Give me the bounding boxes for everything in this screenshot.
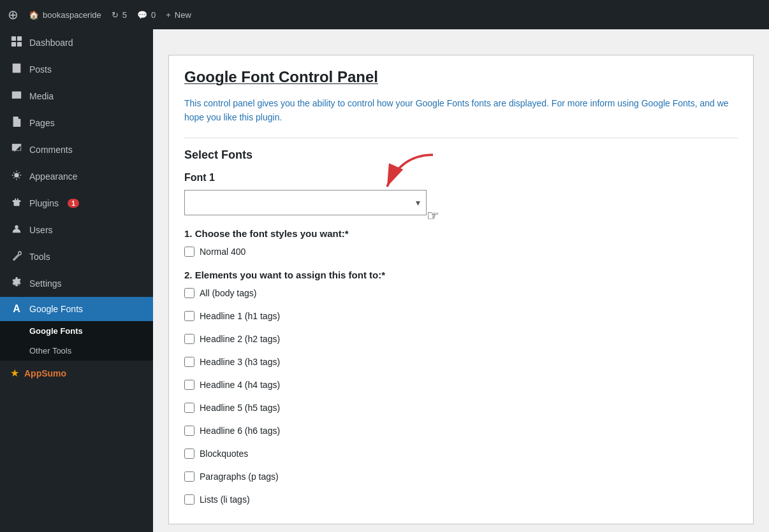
elements-label: 2. Elements you want to assign this font…	[184, 270, 738, 280]
updates-icon: ↻	[112, 10, 119, 20]
element-row: Headline 1 (h1 tags)	[184, 311, 738, 321]
plugins-badge: 1	[68, 199, 79, 208]
svg-rect-3	[17, 42, 22, 47]
svg-point-9	[15, 226, 18, 229]
settings-icon	[10, 277, 23, 291]
comments-sidebar-icon	[10, 143, 23, 157]
sidebar-item-google-fonts[interactable]: A Google Fonts	[0, 297, 153, 321]
svg-point-6	[14, 173, 18, 177]
site-name-button[interactable]: 🏠 bookaspaceride	[29, 10, 101, 20]
sidebar-item-plugins[interactable]: Plugins 1	[0, 190, 153, 217]
cursor-hand: ☞	[427, 208, 439, 224]
tools-icon	[10, 250, 23, 264]
element-label-4: Headline 4 (h4 tags)	[200, 380, 280, 390]
element-row: Headline 2 (h2 tags)	[184, 334, 738, 344]
submenu-item-other-tools[interactable]: Other Tools	[0, 341, 153, 361]
plugins-icon	[10, 196, 23, 210]
element-label-5: Headline 5 (h5 tags)	[200, 403, 280, 413]
star-icon: ★	[10, 367, 19, 379]
sidebar-item-users[interactable]: Users	[0, 217, 153, 243]
posts-icon	[10, 62, 23, 76]
updates-button[interactable]: ↻ 5	[112, 10, 127, 20]
elements-section: 2. Elements you want to assign this font…	[184, 270, 738, 511]
appearance-icon	[10, 169, 23, 183]
element-checkbox-2[interactable]	[184, 334, 194, 344]
new-button[interactable]: + New	[166, 10, 191, 20]
site-name-label: bookaspaceride	[43, 10, 101, 20]
wp-logo-button[interactable]: ⊕	[8, 7, 18, 22]
comments-sidebar-label: Comments	[29, 145, 73, 155]
google-fonts-icon: A	[10, 303, 23, 315]
element-row: Headline 3 (h3 tags)	[184, 357, 738, 367]
appsumo-label: AppSumo	[24, 368, 66, 378]
element-checkbox-4[interactable]	[184, 380, 194, 390]
element-label-2: Headline 2 (h2 tags)	[200, 334, 280, 344]
element-label-6: Headline 6 (h6 tags)	[200, 426, 280, 436]
admin-bar: ⊕ 🏠 bookaspaceride ↻ 5 💬 0 + New	[0, 0, 769, 29]
comments-icon: 💬	[137, 10, 147, 20]
svg-rect-2	[11, 42, 16, 47]
font-1-select[interactable]	[184, 190, 427, 215]
element-row: Headline 4 (h4 tags)	[184, 380, 738, 390]
users-label: Users	[29, 225, 53, 235]
element-label-8: Paragraphs (p tags)	[200, 471, 279, 482]
sidebar-item-tools[interactable]: Tools	[0, 243, 153, 270]
sidebar-item-comments[interactable]: Comments	[0, 136, 153, 163]
element-row: Lists (li tags)	[184, 494, 738, 505]
description-text: This control panel gives you the ability…	[184, 96, 738, 125]
appsumo-button[interactable]: ★ AppSumo	[0, 361, 153, 385]
google-fonts-submenu: Google Fonts Other Tools	[0, 321, 153, 361]
page-title-area: Google Font Control Panel	[184, 68, 738, 86]
element-row: All (body tags)	[184, 288, 738, 298]
element-checkbox-7[interactable]	[184, 449, 194, 459]
choose-fonts-label: 1. Choose the font styles you want:*	[184, 228, 738, 239]
settings-label: Settings	[29, 278, 62, 289]
element-checkbox-6[interactable]	[184, 426, 194, 436]
svg-point-5	[14, 92, 17, 95]
divider	[184, 138, 738, 138]
wp-icon: ⊕	[8, 7, 18, 22]
element-row: Paragraphs (p tags)	[184, 471, 738, 482]
media-icon	[10, 89, 23, 103]
tools-label: Tools	[29, 252, 50, 262]
appearance-label: Appearance	[29, 171, 78, 182]
pages-icon	[10, 116, 23, 130]
sidebar-item-pages[interactable]: Pages	[0, 110, 153, 136]
comments-button[interactable]: 💬 0	[137, 10, 156, 20]
element-label-3: Headline 3 (h3 tags)	[200, 357, 280, 367]
submenu-other-tools-label: Other Tools	[29, 346, 71, 356]
sidebar-item-settings[interactable]: Settings	[0, 270, 153, 297]
normal-400-label: Normal 400	[200, 247, 245, 257]
pages-label: Pages	[29, 118, 55, 128]
sidebar-item-appearance[interactable]: Appearance	[0, 163, 153, 190]
sidebar: Dashboard Posts Media Pages Comments	[0, 29, 153, 532]
font-select-wrapper: ▾	[184, 190, 427, 215]
element-checkbox-9[interactable]	[184, 494, 194, 505]
element-checkbox-3[interactable]	[184, 357, 194, 367]
element-checkbox-0[interactable]	[184, 288, 194, 298]
dashboard-label: Dashboard	[29, 38, 73, 48]
element-checkbox-5[interactable]	[184, 403, 194, 413]
submenu-google-fonts-label: Google Fonts	[29, 326, 83, 336]
choose-font-styles-section: 1. Choose the font styles you want:* Nor…	[184, 228, 738, 257]
svg-rect-1	[17, 36, 22, 41]
updates-count: 5	[122, 10, 127, 20]
normal-400-row: Normal 400	[184, 247, 738, 257]
sidebar-item-dashboard[interactable]: Dashboard	[0, 29, 153, 56]
posts-label: Posts	[29, 64, 52, 75]
plugins-label: Plugins	[29, 198, 59, 208]
sidebar-item-posts[interactable]: Posts	[0, 56, 153, 83]
element-row: Headline 5 (h5 tags)	[184, 403, 738, 413]
main-content: Google Font Control Panel This control p…	[153, 29, 769, 532]
google-fonts-label: Google Fonts	[29, 304, 83, 314]
submenu-item-google-fonts[interactable]: Google Fonts	[0, 321, 153, 341]
normal-400-checkbox[interactable]	[184, 247, 194, 257]
users-icon	[10, 223, 23, 237]
sidebar-item-media[interactable]: Media	[0, 83, 153, 110]
element-checkbox-1[interactable]	[184, 311, 194, 321]
element-row: Headline 6 (h6 tags)	[184, 426, 738, 436]
element-checkbox-8[interactable]	[184, 471, 194, 482]
page-title: Google Font Control Panel	[184, 68, 738, 86]
select-fonts-title: Select Fonts	[184, 148, 738, 162]
font-select-section: ▾ ☞	[184, 190, 738, 215]
